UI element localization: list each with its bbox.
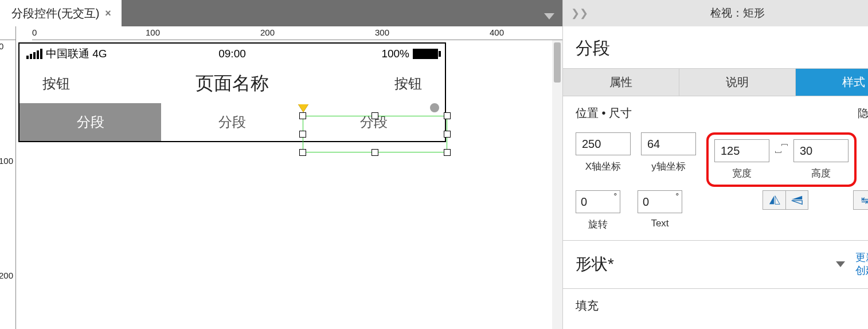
- ruler-v-label: 100: [0, 156, 13, 166]
- document-tab-bar: 分段控件(无交互) ×: [0, 0, 562, 26]
- tab-notes[interactable]: 说明: [679, 69, 796, 96]
- ruler-vertical[interactable]: 0 100 200: [0, 40, 16, 329]
- aspect-lock-icon[interactable]: ⎵⎴: [775, 143, 788, 155]
- tab-dropdown-icon[interactable]: [544, 13, 554, 19]
- battery-icon: [413, 49, 438, 59]
- pos-size-label: 位置 • 尺寸: [576, 105, 632, 121]
- anchor-marker-icon: [298, 104, 308, 112]
- page-title: 页面名称: [196, 71, 269, 96]
- ruler-corner: [0, 26, 16, 40]
- ruler-v-label: 0: [0, 41, 3, 51]
- tab-properties[interactable]: 属性: [563, 69, 679, 96]
- tab-title: 分段控件(无交互): [11, 6, 99, 21]
- degree-icon: °: [613, 191, 617, 201]
- canvas-area: 分段控件(无交互) × 0 100 200 300 400 0 100 200: [0, 0, 563, 329]
- x-label: X轴坐标: [585, 160, 621, 173]
- segment-1[interactable]: 分段: [19, 103, 161, 141]
- fill-label: 填充: [576, 298, 599, 314]
- collapse-icon[interactable]: ❯❯: [571, 7, 588, 19]
- ruler-h-label: 300: [375, 28, 389, 37]
- ruler-h-label: 0: [32, 28, 37, 37]
- ruler-h-label: 400: [490, 28, 504, 37]
- inspector-tabs: 属性 说明 样式: [563, 69, 868, 96]
- resize-handle[interactable]: [444, 112, 451, 119]
- document-tab[interactable]: 分段控件(无交互) ×: [0, 0, 122, 26]
- inspector-panel: ❯❯ 检视：矩形 分段 属性 说明 样式 位置 • 尺寸 隐藏 X轴坐标: [563, 0, 868, 329]
- carrier-label: 中国联通 4G: [46, 46, 107, 61]
- resize-handle[interactable]: [444, 149, 451, 156]
- nav-bar: 按钮 页面名称 按钮: [19, 64, 445, 103]
- widget-name: 分段: [563, 26, 868, 69]
- ruler-h-label: 100: [146, 28, 160, 37]
- nav-right-button[interactable]: 按钮: [394, 75, 422, 93]
- width-label: 宽度: [732, 167, 752, 180]
- height-input[interactable]: [793, 139, 849, 162]
- shape-style-row: 形状* 更新 创建: [563, 241, 868, 289]
- inspector-header: ❯❯ 检视：矩形: [563, 0, 868, 26]
- update-style-link[interactable]: 更新: [855, 251, 868, 264]
- time-label: 09:00: [218, 48, 246, 60]
- design-canvas[interactable]: 中国联通 4G 09:00 100% 按钮 页面名称 按钮 分段: [16, 40, 562, 329]
- status-bar: 中国联通 4G 09:00 100%: [19, 44, 445, 64]
- close-icon[interactable]: ×: [105, 7, 111, 19]
- hide-label: 隐藏: [858, 106, 868, 121]
- ruler-h-label: 200: [260, 28, 275, 37]
- resize-handle[interactable]: [299, 112, 306, 119]
- selection-outline: [303, 116, 447, 152]
- scrollbar-vertical[interactable]: [552, 40, 562, 329]
- size-highlight: 宽度 ⎵⎴ 高度: [706, 132, 857, 187]
- flip-vertical-button[interactable]: [785, 190, 808, 210]
- fit-width-button[interactable]: ↹: [853, 190, 868, 210]
- segment-2[interactable]: 分段: [161, 103, 303, 141]
- tab-style[interactable]: 样式: [796, 69, 868, 96]
- text-rotation-label: Text: [651, 218, 668, 229]
- flip-horizontal-button[interactable]: [763, 190, 785, 210]
- fill-row: 填充: [563, 289, 868, 323]
- y-input[interactable]: [641, 132, 696, 155]
- degree-icon: °: [675, 191, 679, 201]
- y-label: y轴坐标: [651, 160, 686, 173]
- width-input[interactable]: [714, 139, 769, 162]
- resize-handle[interactable]: [372, 149, 378, 156]
- resize-handle[interactable]: [444, 131, 451, 138]
- connector-dot-icon: [430, 103, 439, 112]
- rotation-label: 旋转: [588, 218, 608, 231]
- height-label: 高度: [811, 167, 831, 180]
- nav-left-button[interactable]: 按钮: [42, 75, 70, 93]
- resize-handle[interactable]: [299, 149, 306, 156]
- scrollbar-thumb[interactable]: [554, 42, 561, 83]
- signal-icon: [26, 49, 42, 59]
- position-size-group: 位置 • 尺寸 隐藏 X轴坐标 y轴坐标 宽度: [563, 96, 868, 241]
- create-style-link[interactable]: 创建: [855, 264, 868, 277]
- shape-dropdown-icon[interactable]: [836, 261, 845, 267]
- resize-handle[interactable]: [299, 131, 306, 138]
- ruler-v-label: 200: [0, 271, 13, 280]
- ruler-horizontal[interactable]: 0 100 200 300 400: [32, 26, 562, 40]
- inspector-title: 检视：矩形: [710, 6, 765, 21]
- battery-label: 100%: [381, 48, 409, 60]
- resize-handle[interactable]: [372, 112, 378, 119]
- x-input[interactable]: [576, 132, 631, 155]
- shape-title: 形状*: [576, 253, 614, 275]
